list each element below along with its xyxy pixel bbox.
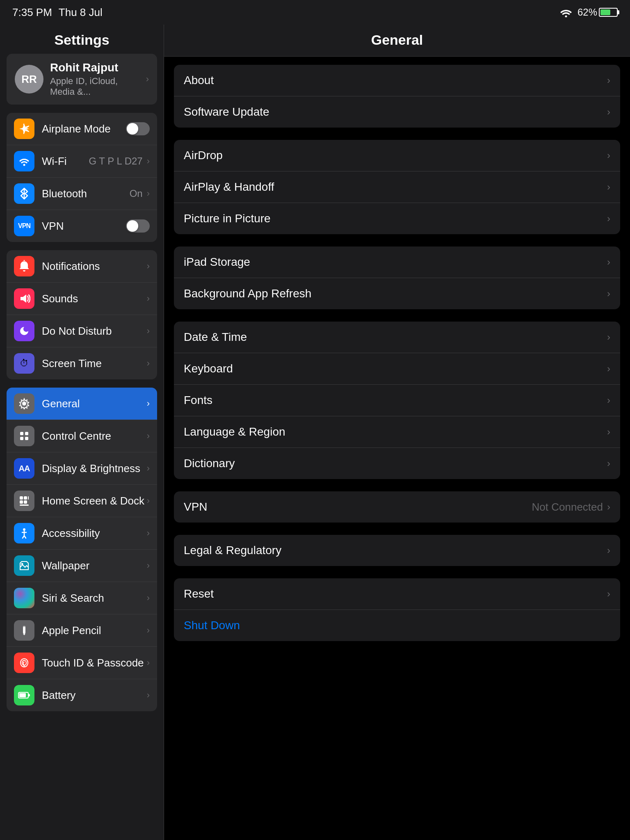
display-icon: AA	[14, 458, 34, 479]
do-not-disturb-chevron: ›	[147, 326, 150, 336]
svg-marker-17	[23, 634, 25, 635]
right-item-reset[interactable]: Reset ›	[174, 578, 620, 610]
fonts-chevron: ›	[607, 395, 610, 406]
legal-regulatory-label: Legal & Regulatory	[184, 544, 607, 557]
sidebar-item-control-centre[interactable]: Control Centre ›	[7, 420, 157, 452]
profile-subtitle: Apple ID, iCloud, Media &...	[50, 76, 139, 97]
preferences-group: Date & Time › Keyboard › Fonts › Languag…	[174, 322, 620, 479]
sidebar-item-general[interactable]: General ›	[7, 388, 157, 420]
battery-icon	[599, 8, 618, 17]
right-item-ipad-storage[interactable]: iPad Storage ›	[174, 247, 620, 278]
sidebar-item-touch-id[interactable]: Touch ID & Passcode ›	[7, 647, 157, 679]
sidebar-item-home-screen[interactable]: Home Screen & Dock ›	[7, 485, 157, 517]
date-time-chevron: ›	[607, 331, 610, 343]
svg-rect-10	[28, 496, 29, 500]
right-item-picture-in-picture[interactable]: Picture in Picture ›	[174, 203, 620, 234]
home-screen-label: Home Screen & Dock	[42, 495, 147, 507]
screen-time-chevron: ›	[147, 358, 150, 369]
vpn-right-chevron: ›	[607, 501, 610, 513]
vpn-not-connected: Not Connected	[532, 501, 603, 514]
reset-label: Reset	[184, 587, 607, 600]
status-bar: 7:35 PM Thu 8 Jul 62%	[0, 0, 630, 25]
sidebar-item-apple-pencil[interactable]: Apple Pencil ›	[7, 614, 157, 647]
profile-name: Rohit Rajput	[50, 61, 139, 74]
dictionary-label: Dictionary	[184, 457, 607, 470]
svg-rect-7	[25, 437, 28, 440]
svg-rect-11	[20, 500, 23, 504]
bluetooth-label: Bluetooth	[42, 187, 130, 200]
battery-container: 62%	[578, 7, 618, 18]
software-update-chevron: ›	[607, 106, 610, 118]
system2-group: General › Control Centre › AA	[7, 388, 157, 711]
right-item-about[interactable]: About ›	[174, 65, 620, 96]
control-centre-icon	[14, 426, 34, 446]
right-item-airplay-handoff[interactable]: AirPlay & Handoff ›	[174, 171, 620, 203]
svg-rect-5	[25, 432, 28, 435]
right-item-legal-regulatory[interactable]: Legal & Regulatory ›	[174, 535, 620, 566]
keyboard-chevron: ›	[607, 363, 610, 374]
right-item-language-region[interactable]: Language & Region ›	[174, 416, 620, 448]
sidebar-title: Settings	[0, 25, 164, 54]
right-item-fonts[interactable]: Fonts ›	[174, 385, 620, 416]
sidebar: Settings RR Rohit Rajput Apple ID, iClou…	[0, 25, 164, 840]
right-item-keyboard[interactable]: Keyboard ›	[174, 353, 620, 385]
control-centre-chevron: ›	[147, 431, 150, 441]
profile-chevron: ›	[146, 74, 149, 84]
right-item-vpn[interactable]: VPN Not Connected ›	[174, 491, 620, 523]
picture-in-picture-chevron: ›	[607, 213, 610, 224]
airdrop-label: AirDrop	[184, 149, 607, 162]
battery-percent: 62%	[578, 7, 597, 18]
right-item-software-update[interactable]: Software Update ›	[174, 96, 620, 128]
sidebar-item-battery[interactable]: Battery ›	[7, 679, 157, 711]
sidebar-item-wifi[interactable]: Wi-Fi G T P L D27 ›	[7, 145, 157, 178]
sidebar-item-wallpaper[interactable]: Wallpaper ›	[7, 550, 157, 582]
siri-label: Siri & Search	[42, 592, 147, 605]
do-not-disturb-icon	[14, 321, 34, 341]
touch-id-chevron: ›	[147, 657, 150, 668]
wallpaper-label: Wallpaper	[42, 559, 147, 572]
screen-time-label: Screen Time	[42, 357, 147, 370]
sidebar-item-do-not-disturb[interactable]: Do Not Disturb ›	[7, 315, 157, 347]
svg-rect-12	[24, 500, 27, 504]
vpn-right-group: VPN Not Connected ›	[174, 491, 620, 523]
wallpaper-icon	[14, 555, 34, 576]
sidebar-item-screen-time[interactable]: ⏱ Screen Time ›	[7, 347, 157, 379]
right-item-background-refresh[interactable]: Background App Refresh ›	[174, 278, 620, 309]
sounds-label: Sounds	[42, 292, 147, 305]
about-label: About	[184, 74, 607, 87]
airplane-mode-label: Airplane Mode	[42, 123, 122, 135]
sidebar-item-siri-search[interactable]: Siri & Search ›	[7, 582, 157, 614]
right-item-shut-down[interactable]: Shut Down	[174, 610, 620, 641]
right-item-airdrop[interactable]: AirDrop ›	[174, 140, 620, 171]
sidebar-item-display-brightness[interactable]: AA Display & Brightness ›	[7, 452, 157, 485]
right-item-dictionary[interactable]: Dictionary ›	[174, 448, 620, 479]
bluetooth-icon	[14, 183, 34, 204]
vpn-label: VPN	[42, 220, 122, 233]
sidebar-item-airplane-mode[interactable]: Airplane Mode	[7, 113, 157, 145]
about-chevron: ›	[607, 75, 610, 86]
sidebar-item-notifications[interactable]: Notifications ›	[7, 250, 157, 283]
sidebar-item-sounds[interactable]: Sounds ›	[7, 283, 157, 315]
right-panel-title: General	[164, 25, 630, 57]
sounds-chevron: ›	[147, 293, 150, 304]
svg-point-0	[565, 16, 567, 18]
language-region-chevron: ›	[607, 426, 610, 438]
right-content: About › Software Update › AirDrop › AirP…	[164, 57, 630, 662]
storage-group: iPad Storage › Background App Refresh ›	[174, 247, 620, 309]
sidebar-item-accessibility[interactable]: Accessibility ›	[7, 517, 157, 550]
airplane-mode-toggle[interactable]	[126, 122, 150, 135]
status-bar-left: 7:35 PM Thu 8 Jul	[12, 6, 103, 19]
wifi-value: G T P L D27	[89, 155, 142, 167]
profile-card[interactable]: RR Rohit Rajput Apple ID, iCloud, Media …	[7, 54, 157, 105]
home-screen-icon	[14, 491, 34, 511]
vpn-toggle[interactable]	[126, 219, 150, 233]
right-item-date-time[interactable]: Date & Time ›	[174, 322, 620, 353]
time: 7:35 PM	[12, 6, 52, 19]
ipad-storage-chevron: ›	[607, 256, 610, 268]
svg-rect-8	[20, 496, 23, 500]
dictionary-chevron: ›	[607, 458, 610, 469]
sidebar-item-vpn[interactable]: VPN VPN	[7, 210, 157, 242]
sidebar-item-bluetooth[interactable]: Bluetooth On ›	[7, 178, 157, 210]
apple-pencil-icon	[14, 620, 34, 641]
battery-fill	[600, 9, 610, 15]
